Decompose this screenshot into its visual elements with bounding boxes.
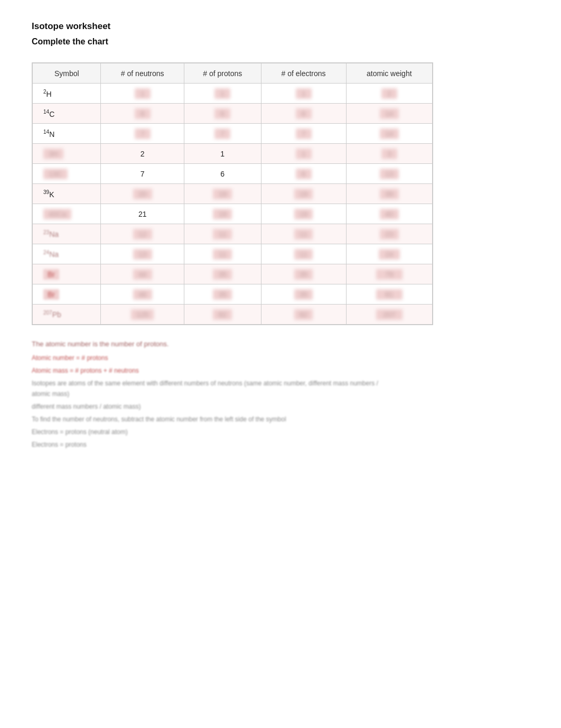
table-row: 3H 2 1 1 3 bbox=[33, 144, 433, 164]
protons-cell: 1 bbox=[184, 84, 261, 104]
atomic-weight-cell: 13 bbox=[346, 164, 432, 184]
notes-section: The atomic number is the number of proto… bbox=[32, 340, 433, 450]
neutrons-cell: 8 bbox=[101, 104, 184, 124]
neutrons-cell: 20 bbox=[101, 184, 184, 204]
page-title: Isotope worksheet bbox=[32, 21, 529, 32]
notes-line-7: Electrons = protons bbox=[32, 440, 433, 450]
table-row: 24Na 13 11 11 24 bbox=[33, 244, 433, 264]
symbol-cell: Br bbox=[33, 284, 101, 305]
col-neutrons: # of neutrons bbox=[101, 63, 184, 84]
protons-cell: 82 bbox=[184, 305, 261, 325]
isotope-table: Symbol # of neutrons # of protons # of e… bbox=[32, 62, 433, 325]
table-row: 39K 20 19 19 39 bbox=[33, 184, 433, 204]
symbol-cell: 2H bbox=[33, 84, 101, 104]
symbol-cell: 40Ca bbox=[33, 204, 101, 224]
atomic-weight-cell: 207 bbox=[346, 305, 432, 325]
neutrons-cell: 21 bbox=[101, 204, 184, 224]
electrons-cell: 7 bbox=[261, 124, 346, 144]
protons-cell: 19 bbox=[184, 204, 261, 224]
symbol-cell: Br bbox=[33, 264, 101, 284]
neutrons-cell: 7 bbox=[101, 124, 184, 144]
notes-line-1: Atomic number = # protons bbox=[32, 353, 433, 363]
notes-line-4: different mass numbers / atomic mass) bbox=[32, 402, 433, 412]
col-electrons: # of electrons bbox=[261, 63, 346, 84]
protons-cell: 19 bbox=[184, 184, 261, 204]
table-row: 207Pb 125 82 82 207 bbox=[33, 305, 433, 325]
table-row: 14C 8 6 6 14 bbox=[33, 104, 433, 124]
notes-lines: Atomic number = # protons Atomic mass = … bbox=[32, 353, 433, 450]
col-protons: # of protons bbox=[184, 63, 261, 84]
electrons-cell: 11 bbox=[261, 244, 346, 264]
atomic-weight-cell: 3 bbox=[346, 144, 432, 164]
electrons-cell: 1 bbox=[261, 84, 346, 104]
notes-heading: The atomic number is the number of proto… bbox=[32, 340, 433, 348]
electrons-cell: 19 bbox=[261, 204, 346, 224]
notes-line-2: Atomic mass = # protons + # neutrons bbox=[32, 366, 433, 376]
protons-cell: 6 bbox=[184, 164, 261, 184]
neutrons-cell: 7 bbox=[101, 164, 184, 184]
protons-cell: 35 bbox=[184, 284, 261, 305]
notes-line-5: To find the number of neutrons, subtract… bbox=[32, 414, 433, 425]
protons-cell: 11 bbox=[184, 224, 261, 244]
col-symbol: Symbol bbox=[33, 63, 101, 84]
table-row: 2H 1 1 1 2 bbox=[33, 84, 433, 104]
symbol-cell: 207Pb bbox=[33, 305, 101, 325]
electrons-cell: 6 bbox=[261, 164, 346, 184]
symbol-cell: 13C bbox=[33, 164, 101, 184]
symbol-cell: 24Na bbox=[33, 244, 101, 264]
table-row: 14N 7 7 7 14 bbox=[33, 124, 433, 144]
table-row: Br 46 35 35 81 bbox=[33, 284, 433, 305]
symbol-cell: 23Na bbox=[33, 224, 101, 244]
atomic-weight-cell: 24 bbox=[346, 244, 432, 264]
subtitle: Complete the chart bbox=[32, 37, 529, 47]
protons-cell: 35 bbox=[184, 264, 261, 284]
neutrons-cell: 1 bbox=[101, 84, 184, 104]
atomic-weight-cell: 14 bbox=[346, 104, 432, 124]
electrons-cell: 19 bbox=[261, 184, 346, 204]
protons-cell: 7 bbox=[184, 124, 261, 144]
atomic-weight-cell: 23 bbox=[346, 224, 432, 244]
symbol-cell: 39K bbox=[33, 184, 101, 204]
table-row: 23Na 12 11 11 23 bbox=[33, 224, 433, 244]
symbol-cell: 3H bbox=[33, 144, 101, 164]
electrons-cell: 6 bbox=[261, 104, 346, 124]
notes-line-6: Electrons = protons (neutral atom) bbox=[32, 427, 433, 437]
neutrons-cell: 125 bbox=[101, 305, 184, 325]
electrons-cell: 35 bbox=[261, 264, 346, 284]
neutrons-cell: 13 bbox=[101, 244, 184, 264]
neutrons-cell: 46 bbox=[101, 284, 184, 305]
col-atomic-weight: atomic weight bbox=[346, 63, 432, 84]
atomic-weight-cell: 79 bbox=[346, 264, 432, 284]
atomic-weight-cell: 14 bbox=[346, 124, 432, 144]
electrons-cell: 82 bbox=[261, 305, 346, 325]
electrons-cell: 35 bbox=[261, 284, 346, 305]
neutrons-cell: 12 bbox=[101, 224, 184, 244]
symbol-cell: 14C bbox=[33, 104, 101, 124]
protons-cell: 6 bbox=[184, 104, 261, 124]
neutrons-cell: 44 bbox=[101, 264, 184, 284]
symbol-cell: 14N bbox=[33, 124, 101, 144]
atomic-weight-cell: 2 bbox=[346, 84, 432, 104]
table-row: 13C 7 6 6 13 bbox=[33, 164, 433, 184]
atomic-weight-cell: 40 bbox=[346, 204, 432, 224]
atomic-weight-cell: 39 bbox=[346, 184, 432, 204]
electrons-cell: 1 bbox=[261, 144, 346, 164]
table-row: 40Ca 21 19 19 40 bbox=[33, 204, 433, 224]
atomic-weight-cell: 81 bbox=[346, 284, 432, 305]
protons-cell: 11 bbox=[184, 244, 261, 264]
notes-line-3: Isotopes are atoms of the same element w… bbox=[32, 379, 393, 399]
protons-cell: 1 bbox=[184, 144, 261, 164]
electrons-cell: 11 bbox=[261, 224, 346, 244]
table-row: Br 44 35 35 79 bbox=[33, 264, 433, 284]
neutrons-cell: 2 bbox=[101, 144, 184, 164]
